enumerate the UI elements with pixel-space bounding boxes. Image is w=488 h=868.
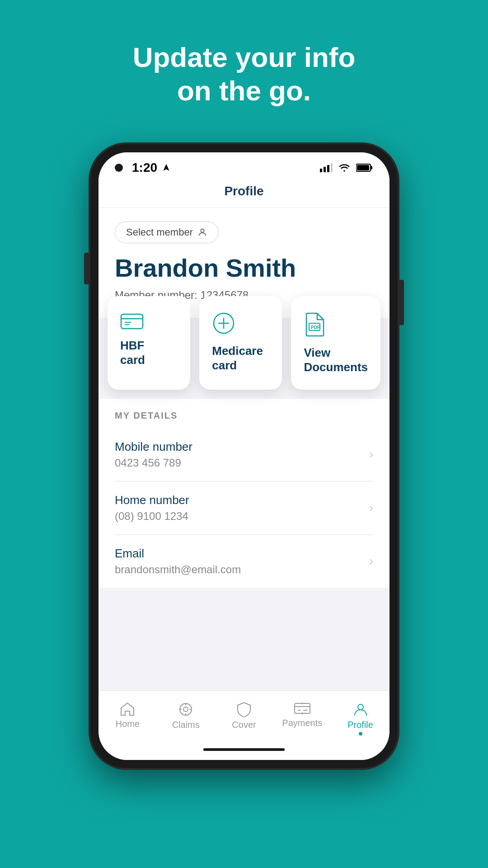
hbf-card-label: HBFcard [120,339,178,367]
svg-rect-1 [324,167,326,172]
payments-icon [294,702,311,715]
view-documents-button[interactable]: PDF ViewDocuments [291,296,380,389]
screen-content[interactable]: Select member Brandon Smith Member numbe… [99,208,389,690]
home-number-row[interactable]: Home number (08) 9100 1234 › [115,481,373,535]
mobile-number-row[interactable]: Mobile number 0423 456 789 › [115,428,373,481]
status-bar: 1:20 [99,152,389,179]
location-icon [162,163,171,172]
camera-icon [115,164,123,172]
hbf-card-icon [120,311,178,330]
svg-point-18 [183,707,188,712]
nav-claims-label: Claims [172,720,200,730]
email-value: brandonsmith@email.com [115,563,241,576]
cards-row: HBFcard Medicarecard [99,296,389,389]
nav-item-home[interactable]: Home [99,698,157,739]
nav-item-profile[interactable]: Profile [331,698,389,739]
home-number-value: (08) 9100 1234 [115,510,189,523]
nav-title: Profile [99,179,389,208]
headline-line1: Update your info [133,41,356,74]
home-bar [203,748,285,751]
svg-rect-5 [371,166,372,170]
headline: Update your info on the go. [133,41,356,108]
email-chevron-icon: › [369,554,373,568]
details-section: MY DETAILS Mobile number 0423 456 789 › … [99,399,389,588]
member-name: Brandon Smith [115,254,373,282]
home-chevron-icon: › [369,500,373,515]
email-label: Email [115,547,241,561]
battery-icon [356,163,373,172]
nav-active-indicator [359,732,362,736]
claims-icon [178,702,193,717]
nav-profile-label: Profile [347,720,373,730]
status-icons [320,163,373,173]
nav-home-label: Home [116,719,140,729]
person-icon [197,227,207,237]
svg-rect-6 [357,165,369,170]
nav-item-payments[interactable]: Payments [273,698,331,739]
signal-icon [320,163,333,172]
cover-icon [236,702,252,717]
nav-payments-label: Payments [282,718,322,728]
phone-screen: 1:20 [99,152,389,760]
view-documents-label: ViewDocuments [304,346,368,374]
mobile-number-info: Mobile number 0423 456 789 [115,440,192,469]
mobile-chevron-icon: › [369,447,373,462]
mobile-number-label: Mobile number [115,440,192,454]
home-number-label: Home number [115,493,189,507]
svg-text:PDF: PDF [311,325,320,330]
svg-rect-2 [327,165,329,172]
home-indicator [99,744,389,760]
email-info: Email brandonsmith@email.com [115,547,241,576]
profile-icon [353,702,368,717]
nav-item-claims[interactable]: Claims [157,698,215,739]
phone-mockup: 1:20 [90,144,398,768]
svg-rect-3 [331,163,333,172]
medicare-card-label: Medicarecard [212,344,269,372]
status-time: 1:20 [132,160,157,175]
svg-rect-0 [320,169,322,172]
svg-rect-19 [295,703,310,713]
select-member-label: Select member [126,226,193,238]
svg-point-21 [358,704,363,710]
medicare-card-button[interactable]: Medicarecard [199,296,282,389]
hbf-card-button[interactable]: HBFcard [108,296,190,389]
details-heading: MY DETAILS [115,399,373,428]
select-member-button[interactable]: Select member [115,222,219,243]
pdf-icon: PDF [304,311,368,337]
email-row[interactable]: Email brandonsmith@email.com › [115,535,373,588]
mobile-number-value: 0423 456 789 [115,457,192,469]
page-background: Update your info on the go. 1:20 [0,0,488,868]
nav-item-cover[interactable]: Cover [215,698,273,739]
medicare-card-icon [212,311,269,335]
wifi-icon [338,163,351,173]
bottom-nav: Home Claims Cover [99,690,389,744]
home-icon [120,702,135,716]
svg-rect-8 [121,314,143,329]
nav-cover-label: Cover [232,720,256,730]
svg-point-7 [201,229,204,232]
headline-line2: on the go. [133,74,356,108]
home-number-info: Home number (08) 9100 1234 [115,493,189,523]
